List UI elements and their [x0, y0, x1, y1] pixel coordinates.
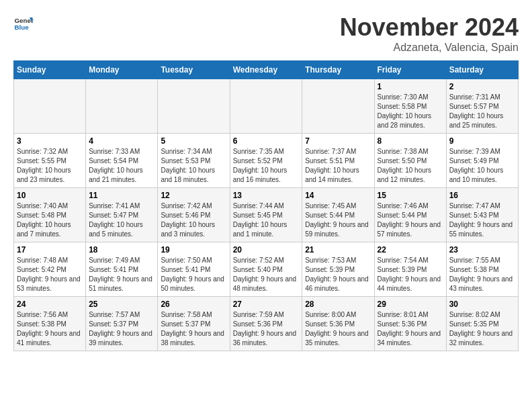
day-info: Sunrise: 7:45 AM Sunset: 5:44 PM Dayligh…	[305, 201, 371, 239]
calendar-cell: 6Sunrise: 7:35 AM Sunset: 5:52 PM Daylig…	[230, 134, 302, 188]
day-number: 22	[378, 245, 443, 255]
calendar-cell: 30Sunrise: 8:02 AM Sunset: 5:35 PM Dayli…	[446, 297, 518, 351]
calendar-week-4: 17Sunrise: 7:48 AM Sunset: 5:42 PM Dayli…	[14, 242, 519, 297]
day-info: Sunrise: 7:41 AM Sunset: 5:47 PM Dayligh…	[89, 201, 154, 239]
calendar-week-3: 10Sunrise: 7:40 AM Sunset: 5:48 PM Dayli…	[14, 188, 519, 242]
day-info: Sunrise: 7:33 AM Sunset: 5:54 PM Dayligh…	[89, 147, 154, 185]
day-info: Sunrise: 7:53 AM Sunset: 5:39 PM Dayligh…	[305, 256, 371, 293]
calendar-week-2: 3Sunrise: 7:32 AM Sunset: 5:55 PM Daylig…	[14, 134, 519, 188]
day-info: Sunrise: 7:35 AM Sunset: 5:52 PM Dayligh…	[233, 147, 300, 185]
day-number: 8	[378, 136, 443, 146]
calendar-cell: 8Sunrise: 7:38 AM Sunset: 5:50 PM Daylig…	[374, 134, 446, 188]
calendar-cell: 24Sunrise: 7:56 AM Sunset: 5:38 PM Dayli…	[14, 297, 86, 351]
logo: General Blue	[13, 13, 34, 34]
day-number: 29	[378, 300, 443, 309]
day-number: 16	[449, 191, 515, 200]
day-number: 7	[305, 136, 371, 146]
day-info: Sunrise: 7:56 AM Sunset: 5:38 PM Dayligh…	[17, 310, 83, 348]
day-info: Sunrise: 7:34 AM Sunset: 5:53 PM Dayligh…	[161, 147, 226, 185]
calendar-cell: 28Sunrise: 8:00 AM Sunset: 5:36 PM Dayli…	[302, 297, 374, 351]
calendar-cell: 21Sunrise: 7:53 AM Sunset: 5:39 PM Dayli…	[302, 242, 374, 297]
page-header: General Blue November 2024 Adzaneta, Val…	[13, 13, 519, 54]
day-number: 19	[161, 245, 226, 255]
weekday-header-saturday: Saturday	[446, 61, 518, 79]
calendar-cell: 3Sunrise: 7:32 AM Sunset: 5:55 PM Daylig…	[14, 134, 86, 188]
day-number: 27	[233, 300, 300, 309]
day-info: Sunrise: 7:48 AM Sunset: 5:42 PM Dayligh…	[17, 256, 83, 293]
day-number: 3	[17, 136, 83, 146]
calendar-cell: 5Sunrise: 7:34 AM Sunset: 5:53 PM Daylig…	[158, 134, 230, 188]
calendar-cell: 22Sunrise: 7:54 AM Sunset: 5:39 PM Dayli…	[374, 242, 446, 297]
day-info: Sunrise: 7:46 AM Sunset: 5:44 PM Dayligh…	[378, 201, 443, 239]
calendar-week-5: 24Sunrise: 7:56 AM Sunset: 5:38 PM Dayli…	[14, 297, 519, 351]
day-info: Sunrise: 7:57 AM Sunset: 5:37 PM Dayligh…	[89, 310, 154, 348]
day-info: Sunrise: 7:52 AM Sunset: 5:40 PM Dayligh…	[233, 256, 300, 293]
day-number: 26	[161, 300, 226, 309]
calendar-cell: 29Sunrise: 8:01 AM Sunset: 5:36 PM Dayli…	[374, 297, 446, 351]
day-info: Sunrise: 7:54 AM Sunset: 5:39 PM Dayligh…	[378, 256, 443, 293]
day-number: 6	[233, 136, 300, 146]
calendar-cell: 1Sunrise: 7:30 AM Sunset: 5:58 PM Daylig…	[374, 79, 446, 134]
calendar-cell: 16Sunrise: 7:47 AM Sunset: 5:43 PM Dayli…	[446, 188, 518, 242]
calendar-cell	[86, 79, 158, 134]
day-info: Sunrise: 7:50 AM Sunset: 5:41 PM Dayligh…	[161, 256, 226, 293]
calendar-cell: 20Sunrise: 7:52 AM Sunset: 5:40 PM Dayli…	[230, 242, 302, 297]
day-number: 21	[305, 245, 371, 255]
day-number: 30	[449, 300, 515, 309]
day-info: Sunrise: 7:40 AM Sunset: 5:48 PM Dayligh…	[17, 201, 83, 239]
calendar-week-1: 1Sunrise: 7:30 AM Sunset: 5:58 PM Daylig…	[14, 79, 519, 134]
calendar-cell: 9Sunrise: 7:39 AM Sunset: 5:49 PM Daylig…	[446, 134, 518, 188]
title-block: November 2024 Adzaneta, Valencia, Spain	[340, 13, 519, 54]
calendar-cell: 23Sunrise: 7:55 AM Sunset: 5:38 PM Dayli…	[446, 242, 518, 297]
calendar-cell: 27Sunrise: 7:59 AM Sunset: 5:36 PM Dayli…	[230, 297, 302, 351]
calendar-cell: 4Sunrise: 7:33 AM Sunset: 5:54 PM Daylig…	[86, 134, 158, 188]
logo-icon: General Blue	[13, 13, 34, 34]
day-number: 20	[233, 245, 300, 255]
weekday-header-tuesday: Tuesday	[158, 61, 230, 79]
day-number: 10	[17, 191, 83, 200]
day-info: Sunrise: 7:44 AM Sunset: 5:45 PM Dayligh…	[233, 201, 300, 239]
day-info: Sunrise: 7:47 AM Sunset: 5:43 PM Dayligh…	[449, 201, 515, 239]
calendar-table: SundayMondayTuesdayWednesdayThursdayFrid…	[13, 60, 519, 351]
day-info: Sunrise: 7:37 AM Sunset: 5:51 PM Dayligh…	[305, 147, 371, 185]
weekday-header-monday: Monday	[86, 61, 158, 79]
day-info: Sunrise: 7:30 AM Sunset: 5:58 PM Dayligh…	[378, 93, 443, 130]
day-number: 25	[89, 300, 154, 309]
day-number: 14	[305, 191, 371, 200]
weekday-header-thursday: Thursday	[302, 61, 374, 79]
day-info: Sunrise: 7:39 AM Sunset: 5:49 PM Dayligh…	[449, 147, 515, 185]
day-info: Sunrise: 8:02 AM Sunset: 5:35 PM Dayligh…	[449, 310, 515, 348]
calendar-cell: 10Sunrise: 7:40 AM Sunset: 5:48 PM Dayli…	[14, 188, 86, 242]
day-info: Sunrise: 7:31 AM Sunset: 5:57 PM Dayligh…	[449, 93, 515, 130]
day-info: Sunrise: 7:42 AM Sunset: 5:46 PM Dayligh…	[161, 201, 226, 239]
weekday-header-row: SundayMondayTuesdayWednesdayThursdayFrid…	[14, 61, 519, 79]
calendar-cell	[14, 79, 86, 134]
day-info: Sunrise: 7:59 AM Sunset: 5:36 PM Dayligh…	[233, 310, 300, 348]
day-number: 24	[17, 300, 83, 309]
day-info: Sunrise: 8:01 AM Sunset: 5:36 PM Dayligh…	[378, 310, 443, 348]
calendar-cell: 11Sunrise: 7:41 AM Sunset: 5:47 PM Dayli…	[86, 188, 158, 242]
weekday-header-wednesday: Wednesday	[230, 61, 302, 79]
day-info: Sunrise: 7:55 AM Sunset: 5:38 PM Dayligh…	[449, 256, 515, 293]
day-number: 15	[378, 191, 443, 200]
day-number: 2	[449, 82, 515, 91]
day-number: 17	[17, 245, 83, 255]
calendar-cell: 2Sunrise: 7:31 AM Sunset: 5:57 PM Daylig…	[446, 79, 518, 134]
day-number: 4	[89, 136, 154, 146]
calendar-cell: 17Sunrise: 7:48 AM Sunset: 5:42 PM Dayli…	[14, 242, 86, 297]
month-title: November 2024	[340, 13, 519, 42]
day-number: 11	[89, 191, 154, 200]
calendar-cell: 7Sunrise: 7:37 AM Sunset: 5:51 PM Daylig…	[302, 134, 374, 188]
day-number: 9	[449, 136, 515, 146]
day-number: 18	[89, 245, 154, 255]
weekday-header-friday: Friday	[374, 61, 446, 79]
day-info: Sunrise: 8:00 AM Sunset: 5:36 PM Dayligh…	[305, 310, 371, 348]
calendar-cell: 13Sunrise: 7:44 AM Sunset: 5:45 PM Dayli…	[230, 188, 302, 242]
calendar-cell	[230, 79, 302, 134]
day-info: Sunrise: 7:49 AM Sunset: 5:41 PM Dayligh…	[89, 256, 154, 293]
day-number: 23	[449, 245, 515, 255]
calendar-cell: 26Sunrise: 7:58 AM Sunset: 5:37 PM Dayli…	[158, 297, 230, 351]
day-info: Sunrise: 7:58 AM Sunset: 5:37 PM Dayligh…	[161, 310, 226, 348]
day-number: 28	[305, 300, 371, 309]
day-number: 5	[161, 136, 226, 146]
